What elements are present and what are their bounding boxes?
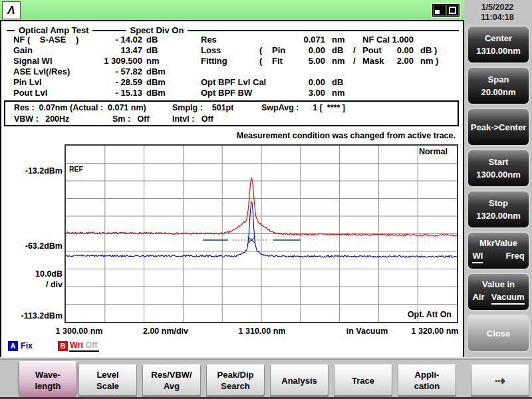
param-label: Pout Lvl [13, 88, 47, 98]
setting-row-opt-bpf-bw: Opt BPF BW3.00nm [201, 88, 462, 98]
interval-setting: Intvl : Off [172, 114, 213, 124]
titlebar: Λ [0, 0, 464, 21]
analysis-settings: Res0.071nmNF Cal1.000Loss(Pin0.00dB/Pout… [201, 35, 462, 109]
menu-appli-cation[interactable]: Appli-cation [398, 364, 456, 396]
y-axis-scale-value: 10.0dB [11, 269, 63, 279]
setting-unit: nm [332, 56, 345, 66]
menu-label: Avg [164, 380, 180, 392]
menu-level-scale[interactable]: LevelScale [78, 364, 137, 396]
setting-unit: dB [332, 77, 343, 87]
y-axis-mid-level: -63.2dBm [11, 241, 63, 251]
menu-label: Analysis [281, 375, 317, 386]
setting-value-2: 0.00 [380, 45, 414, 55]
param-value: - 57.82 [80, 66, 142, 76]
param-value: - 14.02 [80, 35, 142, 45]
softkey-value-in[interactable]: Value inAirVacuum [467, 273, 530, 311]
softkey-peak-center[interactable]: Peak->Center [467, 108, 530, 146]
paren-open: ( [259, 45, 262, 55]
setting-label: Fitting [201, 56, 227, 66]
setting-unit-2: dB ) [420, 45, 437, 55]
vbw-setting: VBW : 200Hz [14, 114, 69, 124]
setting-label: Opt BPF BW [201, 88, 252, 98]
function-menu: Wave-lengthLevelScaleRes/VBW/AvgPeak/Dip… [0, 359, 532, 399]
softkey-label: Center [485, 33, 512, 43]
param-unit: nm [146, 56, 160, 66]
analysis-header: Optical Amp Test Spect Div On [7, 25, 459, 35]
trace-legend: A Fix B Wri Off [1, 341, 463, 354]
sweep-conditions-box: Res : 0.07nm (Actual : 0.071 nm) Smplg :… [4, 100, 459, 126]
x-axis-stop: 1 320.00 nm [412, 327, 459, 336]
softkey-span[interactable]: Span20.00nm [467, 66, 530, 105]
menu-res-vbw-avg[interactable]: Res/VBW/Avg [142, 364, 201, 396]
setting-unit-2: nm ) [420, 56, 438, 66]
softkey-option-air[interactable]: Air [472, 292, 484, 305]
setting-unit: dB [332, 45, 343, 55]
minimize-button[interactable] [433, 5, 446, 16]
trace-a-badge[interactable]: A [8, 341, 18, 351]
trace-b-badge[interactable]: B [58, 341, 68, 351]
menu-label: Search [221, 380, 249, 392]
trace-mode-label: Normal [419, 147, 448, 156]
param-value: 13.47 [80, 45, 142, 55]
softkey-close[interactable]: Close [467, 314, 530, 352]
trace-b-extra: Off [85, 340, 97, 350]
setting-value-2: 1.000 [380, 35, 414, 45]
trace-b-status: Wri Off [69, 340, 99, 352]
softkey-option-freq[interactable]: Freq [505, 251, 524, 263]
conditions-line-1: Res : 0.07nm (Actual : 0.071 nm) Smplg :… [5, 103, 458, 114]
header-rule [188, 30, 459, 31]
param-label: Signal Wl [13, 56, 53, 66]
menu-label: Scale [96, 380, 119, 392]
param-unit: dBm [146, 77, 166, 87]
arrow-right-icon: ⇢ [495, 375, 505, 386]
sweep-average-setting: SwpAvg : 1 [ **** ] [261, 103, 345, 112]
menu-trace[interactable]: Trace [334, 364, 392, 396]
spect-div-status: Spect Div On [130, 25, 184, 35]
menu-peak-dip-search[interactable]: Peak/DipSearch [206, 364, 265, 396]
param-value: 1 309.500 [80, 56, 142, 66]
menu-analysis[interactable]: Analysis [270, 364, 329, 396]
menu-wave-length[interactable]: Wave-length [19, 361, 77, 398]
y-axis-bottom-level: -113.2dBm [11, 311, 63, 321]
menu-label: cation [414, 380, 440, 392]
separator: / [353, 56, 356, 66]
softkey-start[interactable]: Start1300.00nm [467, 149, 530, 188]
setting-value: 0.071 [287, 35, 325, 45]
softkey-stop[interactable]: Stop1320.00nm [467, 190, 530, 229]
setting-unit: nm [332, 35, 345, 45]
param-row-pout-lvl: Pout Lvl- 15.13dBm [13, 88, 186, 98]
osa-screen: Λ 1/5/2022 11:04:18 Optical Amp Test Spe… [0, 0, 532, 399]
menu-label: length [35, 380, 61, 392]
param-row-pin-lvl: Pin Lvl- 28.59dBm [13, 77, 186, 88]
setting-unit: nm [332, 88, 345, 98]
y-axis-ref-level: -13.2dBm [11, 166, 63, 176]
main-display: Optical Amp Test Spect Div On NF ( S-ASE… [0, 20, 464, 358]
setting-value: 0.00 [287, 45, 325, 55]
softkey-mkrvalue[interactable]: MkrValueWlFreq [467, 231, 530, 270]
setting-label-2: Pout [362, 45, 382, 55]
softkey-value: 20.00nm [481, 87, 515, 97]
param-unit: dB [146, 45, 158, 55]
x-axis-start: 1 300.00 nm [56, 327, 103, 336]
maximize-button[interactable] [446, 5, 459, 16]
setting-row-opt-bpf-lvl-cal: Opt BPF Lvl Cal0.00dB [201, 77, 462, 88]
softkey-option-vacuum[interactable]: Vacuum [491, 292, 525, 305]
setting-label: Loss [201, 45, 221, 55]
trace-a-mode: Fix [21, 341, 33, 350]
menu-more-button[interactable]: ⇢ [471, 364, 529, 396]
softkey-label: Stop [489, 198, 508, 208]
softkey-center[interactable]: Center1310.00nm [467, 25, 530, 64]
softkey-value: 1310.00nm [476, 46, 521, 56]
softkey-option-wl[interactable]: Wl [472, 251, 483, 263]
softkey-options: WlFreq [472, 251, 524, 263]
setting-label: Res [201, 35, 217, 45]
param-row-ase-lvl-res: ASE Lvl(/Res)- 57.82dBm [13, 66, 186, 77]
setting-sublabel: Fit [272, 56, 283, 66]
setting-row-fitting: Fitting(Fit5.00nm/Mask2.00nm ) [201, 56, 462, 66]
spectrum-plot [66, 146, 457, 322]
param-row-signal-wl: Signal Wl1 309.500nm [13, 56, 186, 66]
setting-value-2: 2.00 [380, 56, 414, 66]
softkey-panel: Center1310.00nmSpan20.00nmPeak->CenterSt… [466, 0, 532, 399]
softkey-options: AirVacuum [472, 292, 524, 305]
param-unit: dBm [146, 88, 166, 98]
